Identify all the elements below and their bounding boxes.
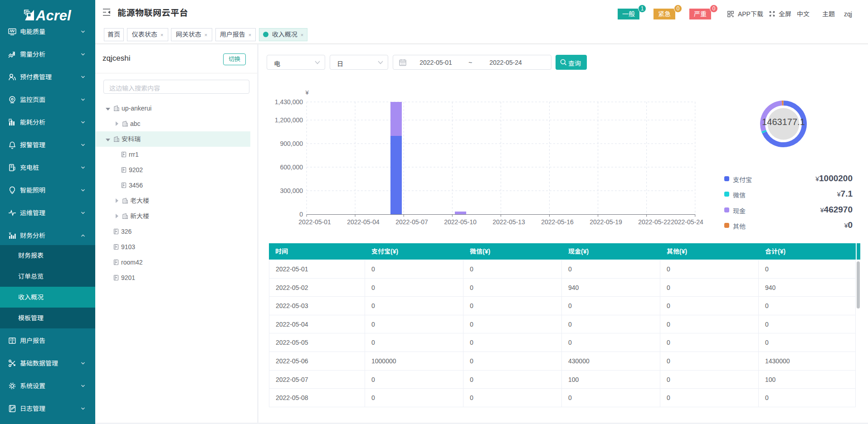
svg-text:2022-05-07: 2022-05-07 (395, 218, 428, 226)
svg-text:2022-05-16: 2022-05-16 (541, 218, 574, 226)
svg-text:600,000: 600,000 (280, 164, 303, 171)
svg-text:2022-05-13: 2022-05-13 (493, 218, 525, 226)
svg-text:0: 0 (299, 211, 303, 218)
svg-text:¥: ¥ (305, 89, 309, 96)
svg-text:2022-05-24: 2022-05-24 (671, 218, 703, 226)
svg-text:900,000: 900,000 (280, 140, 303, 147)
svg-text:300,000: 300,000 (280, 187, 303, 194)
svg-text:1,430,000: 1,430,000 (275, 98, 303, 106)
svg-text:2022-05-10: 2022-05-10 (444, 218, 477, 226)
svg-text:2022-05-19: 2022-05-19 (590, 218, 622, 226)
svg-text:1,200,000: 1,200,000 (275, 116, 303, 124)
svg-text:2022-05-01: 2022-05-01 (298, 218, 331, 226)
svg-text:1463177.1: 1463177.1 (762, 117, 805, 127)
svg-text:2022-05-04: 2022-05-04 (347, 218, 380, 226)
svg-text:2022-05-22: 2022-05-22 (638, 218, 671, 226)
